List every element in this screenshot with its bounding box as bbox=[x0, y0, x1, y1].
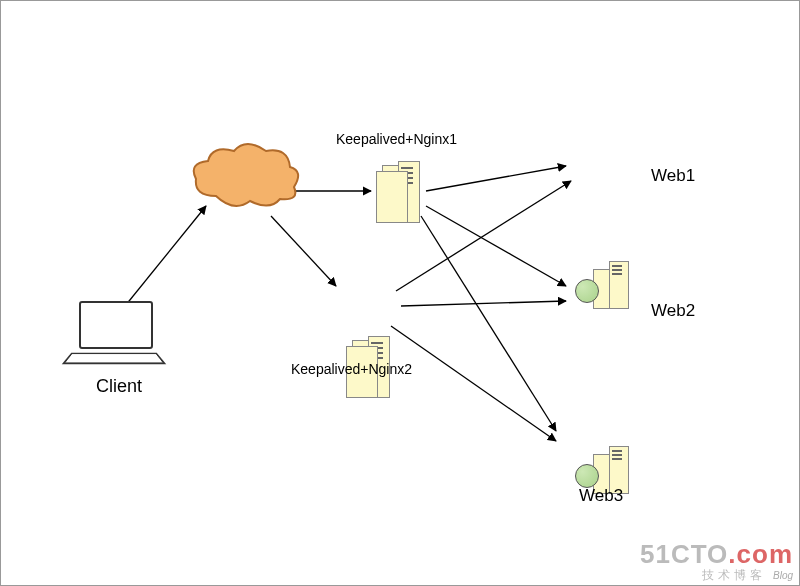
lb1-node bbox=[376, 171, 426, 231]
lb1-label: Keepalived+Nginx1 bbox=[336, 131, 457, 147]
edge-lb1-web2 bbox=[426, 206, 566, 286]
cloud-icon bbox=[186, 141, 306, 221]
cloud-node bbox=[186, 141, 306, 224]
watermark-blog: Blog bbox=[773, 570, 793, 581]
globe-icon bbox=[575, 464, 599, 488]
web1-label: Web1 bbox=[651, 166, 695, 186]
edge-lb2-web2 bbox=[401, 301, 566, 306]
client-label: Client bbox=[96, 376, 142, 397]
laptop-icon bbox=[79, 301, 153, 349]
watermark-dot: .com bbox=[728, 539, 793, 569]
watermark: 51CTO.com 技术博客 Blog bbox=[640, 541, 793, 581]
diagram-canvas: Client Keepalived+Nginx1 Keepalived+Ngin… bbox=[0, 0, 800, 586]
web2-label: Web2 bbox=[651, 301, 695, 321]
web1-node bbox=[581, 261, 641, 316]
edge-lb1-web3 bbox=[421, 216, 556, 431]
edge-cloud-lb2 bbox=[271, 216, 336, 286]
globe-icon bbox=[575, 279, 599, 303]
watermark-cn: 技术博客 bbox=[702, 568, 766, 582]
lb2-label: Keepalived+Nginx2 bbox=[291, 361, 412, 377]
edge-lb1-web1 bbox=[426, 166, 566, 191]
client-node bbox=[79, 301, 161, 365]
edge-lb2-web3 bbox=[391, 326, 556, 441]
web3-label: Web3 bbox=[579, 486, 623, 506]
watermark-brand: 51CTO bbox=[640, 539, 728, 569]
edges-layer bbox=[1, 1, 800, 586]
